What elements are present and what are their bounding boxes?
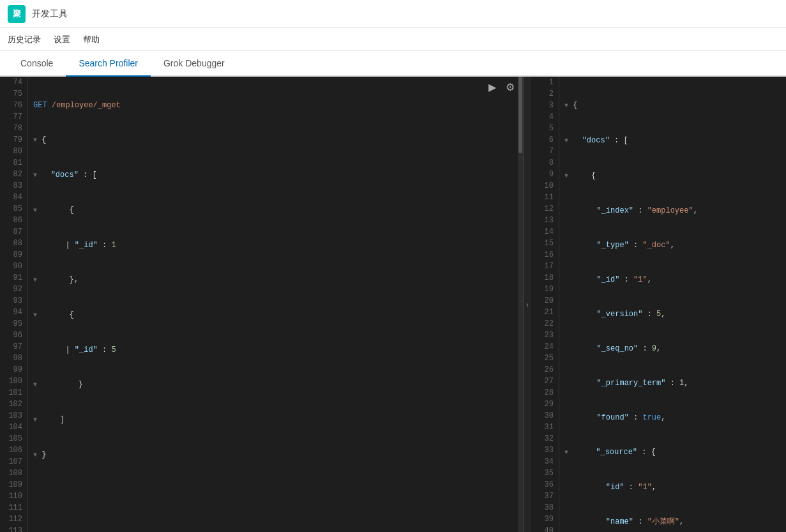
resp-line-6: "_id" : "1",: [564, 274, 781, 285]
resp-line-7: "_version" : 5,: [564, 308, 781, 320]
app-icon: 聚: [8, 5, 26, 23]
resp-line-1: ▼ {: [564, 100, 781, 112]
left-pane: ▶ ⚙ 74 75 76 77 78 79 80 81 82 83 84 85 …: [0, 77, 524, 532]
editor-toolbar: ▶ ⚙: [480, 77, 523, 97]
code-line-86: [33, 519, 518, 530]
tab-console[interactable]: Console: [8, 51, 66, 77]
right-pane: 1 2 3 4 5 6 7 8 9 10 11 12 13 14 15 16 1…: [531, 77, 786, 532]
code-line-82: ▼ }: [33, 379, 518, 391]
code-line-84: ▼ }: [33, 449, 518, 461]
tab-search-profiler[interactable]: Search Profiler: [66, 51, 151, 77]
top-bar: 聚 开发工具: [0, 0, 786, 28]
response-line-numbers: 1 2 3 4 5 6 7 8 9 10 11 12 13 14 15 16 1…: [531, 77, 559, 532]
resp-line-3: ▼ {: [564, 170, 781, 182]
resp-line-5: "_type" : "_doc",: [564, 239, 781, 251]
code-line-74: GET /employee/_mget: [33, 100, 518, 111]
response-content: ▼ { ▼ "docs" : [ ▼ { "_index" : "employe…: [559, 77, 786, 532]
divider-dots: ···: [522, 303, 533, 305]
code-line-76: ▼ "docs" : [: [33, 169, 518, 181]
pane-divider[interactable]: ···: [524, 77, 531, 532]
code-line-83: ▼ ]: [33, 414, 518, 426]
code-line-75: ▼ {: [33, 134, 518, 146]
code-line-81: | "_id" : 5: [33, 344, 518, 356]
code-content[interactable]: GET /employee/_mget ▼ { ▼ "docs" : [ ▼ {…: [28, 77, 523, 532]
resp-line-2: ▼ "docs" : [: [564, 135, 781, 147]
resp-line-8: "_seq_no" : 9,: [564, 343, 781, 354]
resp-line-13: "name" : "小菜啊",: [564, 516, 781, 528]
code-line-85: [33, 484, 518, 496]
settings-button[interactable]: ⚙: [503, 79, 518, 95]
menu-bar: 历史记录 设置 帮助: [0, 28, 786, 51]
menu-help[interactable]: 帮助: [83, 31, 100, 48]
tab-bar: Console Search Profiler Grok Debugger: [0, 51, 786, 77]
app-title: 开发工具: [32, 8, 68, 20]
menu-settings[interactable]: 设置: [54, 31, 70, 48]
code-line-77: ▼ {: [33, 204, 518, 217]
code-editor[interactable]: 74 75 76 77 78 79 80 81 82 83 84 85 86 8…: [0, 77, 523, 532]
menu-history[interactable]: 历史记录: [8, 31, 41, 48]
editor-area: ▶ ⚙ 74 75 76 77 78 79 80 81 82 83 84 85 …: [0, 77, 786, 532]
line-numbers: 74 75 76 77 78 79 80 81 82 83 84 85 86 8…: [0, 77, 28, 532]
code-line-79: ▼ },: [33, 274, 518, 286]
resp-line-11: ▼ "_source" : {: [564, 446, 781, 459]
resp-line-9: "_primary_term" : 1,: [564, 377, 781, 389]
resp-line-10: "found" : true,: [564, 412, 781, 423]
resp-line-4: "_index" : "employee",: [564, 205, 781, 217]
code-line-78: | "_id" : 1: [33, 239, 518, 251]
response-editor[interactable]: 1 2 3 4 5 6 7 8 9 10 11 12 13 14 15 16 1…: [531, 77, 786, 532]
run-button[interactable]: ▶: [485, 79, 500, 95]
resp-line-12: "id" : "1",: [564, 482, 781, 493]
tab-grok-debugger[interactable]: Grok Debugger: [151, 51, 238, 77]
code-line-80: ▼ {: [33, 309, 518, 321]
